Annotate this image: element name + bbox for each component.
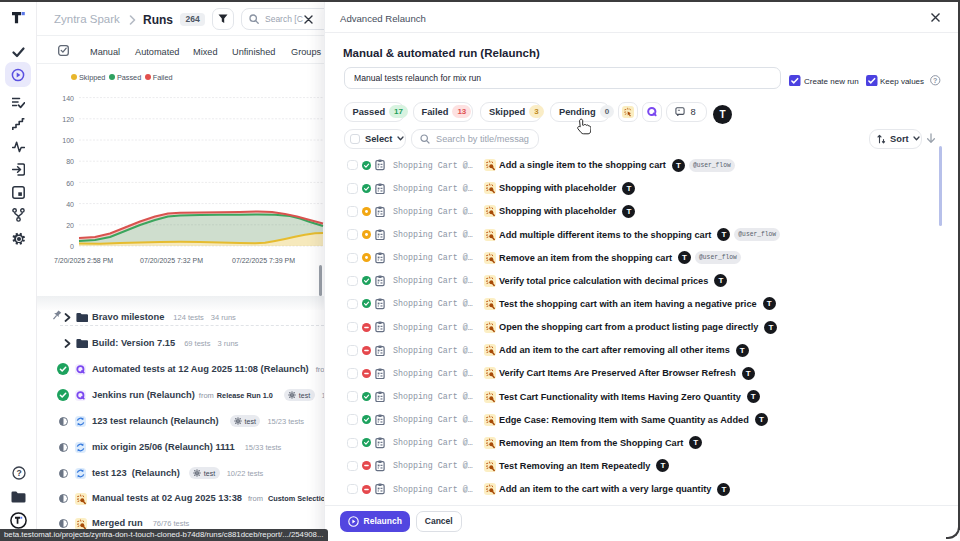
- svg-text:?: ?: [16, 468, 21, 478]
- svg-text:?: ?: [933, 77, 937, 84]
